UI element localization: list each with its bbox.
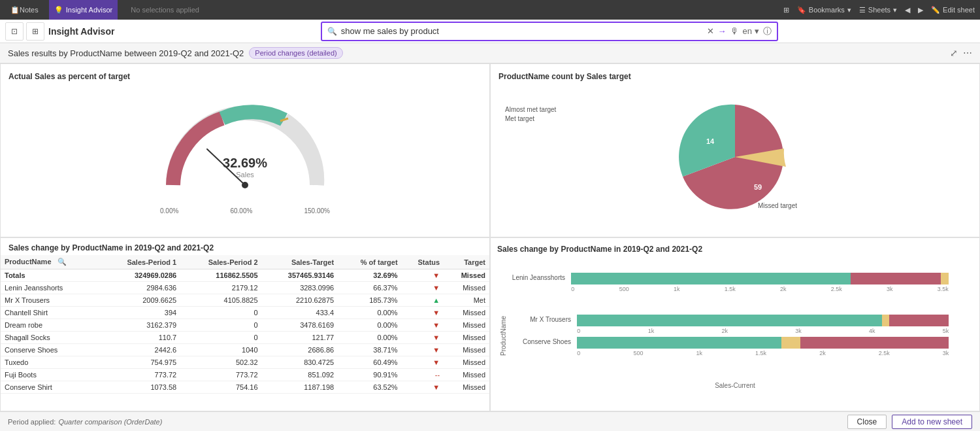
cell-status: ▼ [402,381,444,394]
edit-sheet-btn[interactable]: ✏️ Edit sheet [931,6,975,14]
bar-track-2: 01k2k3k4k5k [577,315,968,334]
cell-target: 851.092 [262,369,338,381]
selections-indicator: No selections applied [131,6,199,14]
table-row: Dream robe 3162.379 0 3478.6169 0.00% ▼ … [1,319,489,332]
search-controls: ✕ → 🎙 en ▾ ⓘ [707,26,772,37]
cell-p2: 754.16 [180,381,261,394]
bookmarks-label: Bookmarks [809,6,845,14]
table-scroll[interactable]: ProductName 🔍 Sales-Period 1 Sales-Perio… [1,255,489,411]
table-row: Mr X Trousers 2009.6625 4105.8825 2210.6… [1,294,489,307]
cell-p1: 1073.58 [99,381,180,394]
bar-ticks-1: 05001k1.5k2k2.5k3k3.5k [571,286,949,292]
cell-pct: 185.73% [338,294,401,307]
cell-p2: 116862.5505 [180,269,261,282]
cell-p2: 1040 [180,344,261,356]
cell-target-status: Missed [444,369,489,381]
search-bar: 🔍 ✕ → 🎙 en ▾ ⓘ [321,22,778,41]
gauge-sublabel: Sales [223,171,267,179]
nav-next-icon[interactable]: ▶ [918,6,923,14]
period-label: Period applied: [8,418,56,426]
cell-target: 2210.62875 [262,294,338,307]
data-table: ProductName 🔍 Sales-Period 1 Sales-Perio… [1,255,489,394]
bar-stack-2 [577,315,949,326]
col-header-product: ProductName 🔍 [1,255,99,269]
charts-area: Actual Sales as percent of target [0,63,980,411]
pie-panel: ProductName count by Sales target Almost… [490,63,980,237]
table-row: Lenin Jeansshorts 2984.636 2179.12 3283.… [1,282,489,294]
cell-product: Totals [1,269,99,282]
bar-label-3: Conserve Shoes [510,338,575,345]
bar-chart-content: Lenin Jeansshorts 05001k1.5k2k2.5k3k3.5k [497,259,973,403]
search-col-icon[interactable]: 🔍 [57,258,67,266]
search-input[interactable] [341,26,700,36]
grid-icon: ⊞ [783,6,789,14]
period-badge[interactable]: Period changes (detailed) [249,47,342,59]
add-to-sheet-button[interactable]: Add to new sheet [892,415,972,429]
more-options-icon[interactable]: ⋯ [963,48,972,58]
col-header-p1: Sales-Period 1 [99,255,180,269]
table-row: Shagall Socks 110.7 0 121.77 0.00% ▼ Mis… [1,332,489,344]
nav-insight-advisor[interactable]: 💡 Insight Advisor [49,0,118,20]
cell-target: 357465.93146 [262,269,338,282]
edit-sheet-label: Edit sheet [943,6,975,14]
cell-p2: 4105.8825 [180,294,261,307]
pie-container: Almost met target Met target 59 14 Misse… [498,86,972,228]
gauge-value: 32.69% [223,156,267,171]
gauge-title: Actual Sales as percent of target [8,72,482,81]
sheets-btn[interactable]: ☰ Sheets ▾ [859,6,897,14]
table1-title: Sales change by ProductName in 2019-Q2 a… [8,243,214,252]
cell-p1: 2442.6 [99,344,180,356]
cell-status: ▼ [402,269,444,282]
panel-toggle-2[interactable]: ⊞ [26,22,44,41]
cell-target: 433.4 [262,307,338,319]
cell-p1: 2009.6625 [99,294,180,307]
cell-p1: 754.975 [99,356,180,369]
pie-svg: 59 14 Missed target [663,92,807,222]
col-header-target2: Target [444,255,489,269]
cell-status: ▼ [402,307,444,319]
mic-icon[interactable]: 🎙 [730,26,739,36]
bookmarks-btn[interactable]: 🔖 Bookmarks ▾ [797,6,851,14]
cell-target-status: Missed [444,307,489,319]
bar-seg-1-2 [851,273,941,284]
cell-p1: 3162.379 [99,319,180,332]
table-row: Tuxedo 754.975 502.32 830.4725 60.49% ▼ … [1,356,489,369]
bar-label-2: Mr X Trousers [510,316,575,323]
legend-almost-met: Almost met target [505,106,556,113]
col-header-target: Sales-Target [262,255,338,269]
fullscreen-icon[interactable]: ⤢ [950,48,958,58]
submit-search-btn[interactable]: → [718,26,727,36]
lang-select[interactable]: en ▾ [743,26,759,36]
cell-p1: 110.7 [99,332,180,344]
pie-legend: Almost met target Met target [505,106,556,124]
cell-p2: 0 [180,332,261,344]
nav-prev-icon[interactable]: ◀ [905,6,910,14]
cell-pct: 0.00% [338,319,401,332]
nav-notes[interactable]: 📋 Notes [5,0,44,20]
cell-target: 3478.6169 [262,319,338,332]
cell-target: 121.77 [262,332,338,344]
panel-toggle-1[interactable]: ⊡ [5,22,24,41]
cell-pct: 63.52% [338,381,401,394]
bar-seg-3-1 [577,337,781,349]
notes-icon: 📋 [10,6,20,14]
cell-status: ▲ [402,294,444,307]
cell-pct: 0.00% [338,307,401,319]
cell-p2: 0 [180,307,261,319]
cell-product: Mr X Trousers [1,294,99,307]
sheets-icon: ☰ [859,6,866,14]
search-icon: 🔍 [327,27,337,36]
svg-text:59: 59 [754,183,762,191]
cell-p1: 394 [99,307,180,319]
period-value: Quarter comparison (OrderDate) [58,418,162,426]
cell-target: 2686.86 [262,344,338,356]
top-navigation: 📋 Notes 💡 Insight Advisor No selections … [0,0,980,20]
clear-search-btn[interactable]: ✕ [707,26,714,36]
bar-group-1: Lenin Jeansshorts 05001k1.5k2k2.5k3k3.5k [497,273,973,292]
cell-target: 1187.198 [262,381,338,394]
toolbar-left: ⊡ ⊞ [5,22,44,41]
cell-status: ▼ [402,282,444,294]
cell-target-status: Met [444,294,489,307]
table-header-section: Sales change by ProductName in 2019-Q2 a… [1,238,489,255]
close-button[interactable]: Close [847,415,887,429]
